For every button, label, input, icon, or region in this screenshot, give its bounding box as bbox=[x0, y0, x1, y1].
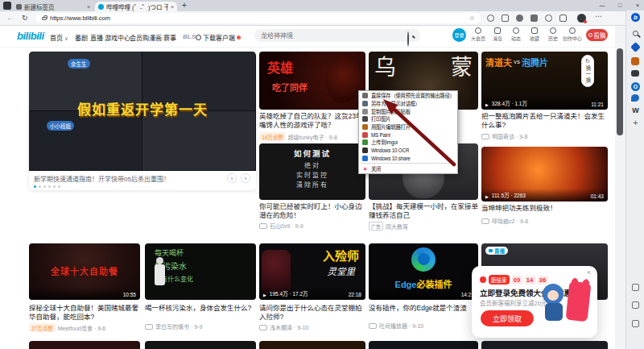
carousel-card[interactable]: 余生生 小小段姐 假如重返开学第一天 新学期快速通道指南！开学快带05后杀出重围… bbox=[29, 52, 256, 190]
refresh-icon[interactable]: ↻ bbox=[22, 14, 28, 22]
nav-esports[interactable]: 赛事 bbox=[163, 33, 176, 42]
ad-title[interactable]: 【挑战】每天建模一小时，在家接单赚钱养活自己 bbox=[369, 202, 478, 220]
close-window-button[interactable]: × bbox=[631, 0, 644, 10]
carousel-dot[interactable] bbox=[39, 185, 41, 188]
carousel-image[interactable]: 余生生 小小段姐 假如重返开学第一天 bbox=[29, 52, 256, 171]
scrollbar-thumb[interactable] bbox=[617, 48, 623, 135]
carousel-dot[interactable] bbox=[58, 185, 60, 188]
close-tab-icon[interactable]: × bbox=[171, 4, 174, 10]
menu-item-save[interactable]: 直接保存（使用预先设置的输出路径） bbox=[359, 92, 457, 100]
shopping-icon[interactable] bbox=[631, 57, 639, 65]
bilibili-logo[interactable]: bilibili bbox=[17, 30, 44, 42]
search-icon[interactable] bbox=[407, 32, 409, 47]
nav-live[interactable]: 直播 bbox=[90, 33, 103, 42]
video-title[interactable]: 探秘全球十大自助餐！美国赌城最奢华自助餐，能吃回本? bbox=[29, 304, 140, 322]
carousel-dot[interactable] bbox=[34, 185, 36, 188]
video-meta[interactable]: 李白写的情书 · 9-9 bbox=[145, 322, 256, 330]
action-history[interactable]: 历史 bbox=[543, 27, 563, 42]
video-title[interactable]: 你可能已经被实时盯上！小心身边潜在的危险！ bbox=[259, 202, 365, 220]
nav-vip-shop[interactable]: 会员购 bbox=[130, 33, 149, 42]
maximize-button[interactable]: □ bbox=[613, 0, 626, 10]
carousel-caption[interactable]: 新学期快速通道指南！开学快带05后杀出重围！ bbox=[34, 174, 217, 183]
video-thumbnail[interactable]: ▶ 111.5万 · 2263 01:43 bbox=[481, 147, 608, 202]
next-row-thumbnail[interactable] bbox=[145, 341, 256, 349]
menu-item-save-as[interactable]: 另存为（显示对话框） bbox=[359, 100, 457, 108]
video-title[interactable]: 请问你是出于什么心态在灵堂棚拍入殓师? bbox=[259, 304, 365, 322]
advertiser[interactable]: 同大教育 bbox=[386, 222, 408, 231]
extension-icon[interactable] bbox=[502, 15, 509, 22]
w-app-icon[interactable]: W bbox=[631, 106, 640, 114]
video-meta[interactable]: 吐司播放器 · 9-10 bbox=[369, 322, 478, 330]
author-date[interactable]: 明国奇谈 · 9-8 bbox=[492, 132, 527, 140]
copilot-icon[interactable]: b bbox=[631, 13, 640, 22]
sidebar-tool-icon[interactable] bbox=[632, 284, 639, 291]
back-icon[interactable]: ← bbox=[6, 13, 14, 22]
author-date[interactable]: 吐司播放器 · 9-10 bbox=[379, 322, 423, 330]
add-sidebar-icon[interactable]: + bbox=[631, 118, 640, 127]
next-row-thumbnail[interactable] bbox=[481, 341, 608, 349]
sidebar-search-icon[interactable] bbox=[631, 29, 640, 38]
tab-new-tab-page[interactable]: 新建标签页 × bbox=[13, 2, 93, 11]
ad-meta[interactable]: 广告 同大教育 bbox=[369, 222, 478, 231]
video-meta[interactable]: 呼晓嵌zZ · 9-6 bbox=[481, 217, 608, 225]
video-meta[interactable]: 石山0v9 · 9-9 bbox=[259, 222, 365, 230]
browser-menu-icon[interactable] bbox=[3, 2, 11, 10]
carousel-dot[interactable] bbox=[53, 185, 56, 188]
author-date[interactable]: Meetfood觅食 · 9-6 bbox=[58, 324, 106, 332]
extension-icon[interactable] bbox=[516, 15, 523, 22]
video-thumbnail[interactable]: 如何测试 绝对 实时监控 清除所有 bbox=[259, 143, 365, 200]
author-date[interactable]: 超级funky电子 · 9-8 bbox=[288, 133, 337, 141]
author-date[interactable]: 李白写的情书 · 9-9 bbox=[155, 322, 202, 330]
games-icon[interactable] bbox=[631, 70, 639, 77]
menu-item-image-editor[interactable]: 用图片编辑器打开 bbox=[359, 123, 457, 131]
author-date[interactable]: 呼晓嵌zZ · 9-6 bbox=[492, 217, 528, 225]
nav-game-center[interactable]: 游戏中心 bbox=[105, 33, 130, 42]
action-vip[interactable]: 大会员 bbox=[469, 27, 488, 42]
video-meta[interactable]: 27万点赞 Meetfood觅食 · 9-6 bbox=[29, 323, 140, 332]
carousel-dots[interactable] bbox=[34, 185, 60, 188]
menu-item-print[interactable]: 打印图片 bbox=[359, 115, 457, 123]
menu-item-share[interactable]: Windows 10 share bbox=[359, 155, 457, 163]
sidebar-tool-icon[interactable] bbox=[632, 301, 639, 309]
menu-item-ms-paint[interactable]: MS Paint bbox=[359, 131, 457, 139]
claim-button[interactable]: 立即领取 bbox=[481, 310, 534, 326]
video-meta[interactable]: 浅木棚泽 · 9-10 bbox=[259, 323, 365, 331]
video-thumbnail[interactable]: 入殓师 灵堂里 ▶ 195.4万 · 17.2万 22:18 bbox=[259, 243, 365, 300]
video-title[interactable]: 当坤坤把功夫练到极致！ bbox=[481, 204, 608, 213]
next-row-thumbnail[interactable] bbox=[29, 341, 140, 349]
author-date[interactable]: 浅木棚泽 · 9-10 bbox=[270, 323, 308, 331]
action-creator-center[interactable]: 创作中心 bbox=[561, 27, 584, 42]
nav-bls[interactable]: BLS bbox=[183, 33, 196, 40]
refresh-feed-button[interactable]: ↻ 换一换 bbox=[581, 55, 594, 87]
extension-icon[interactable] bbox=[545, 15, 552, 22]
menu-item-copy[interactable]: 复制图片到剪贴板 bbox=[359, 107, 457, 115]
close-icon[interactable]: × bbox=[587, 268, 591, 276]
action-favorites[interactable]: 收藏 bbox=[525, 27, 544, 42]
extension-icon[interactable] bbox=[487, 15, 494, 22]
close-tab-icon[interactable]: × bbox=[87, 4, 90, 10]
nav-manga[interactable]: 漫画 bbox=[149, 33, 162, 42]
video-thumbnail[interactable]: Edge必装插件 14:21 bbox=[369, 243, 478, 300]
carousel-dot[interactable] bbox=[48, 185, 51, 188]
sidebar-tool-icon[interactable] bbox=[632, 320, 639, 327]
nav-home[interactable]: 首页 ∨ bbox=[50, 33, 68, 42]
video-title[interactable]: 英雄吃掉了自己的队友？这货23年嘴馋人性的游戏评了啥？ bbox=[259, 112, 365, 130]
next-row-thumbnail[interactable] bbox=[369, 341, 478, 349]
video-meta[interactable]: 明国奇谈 · 9-8 bbox=[481, 132, 608, 140]
carousel-dot[interactable] bbox=[43, 185, 46, 188]
video-thumbnail[interactable]: 每天喝杯 核污染水 会有什么变化 bbox=[145, 243, 256, 300]
login-avatar[interactable]: 登录 bbox=[452, 28, 466, 42]
author-date[interactable]: 石山0v9 · 9-9 bbox=[270, 222, 303, 230]
carousel-prev-button[interactable]: ‹ bbox=[227, 173, 237, 183]
minimize-button[interactable]: — bbox=[596, 0, 609, 10]
upload-button[interactable]: 投稿 bbox=[586, 29, 608, 41]
outlook-icon[interactable]: O bbox=[631, 82, 640, 91]
new-tab-button[interactable]: + bbox=[182, 1, 187, 10]
menu-item-ocr[interactable]: Windows 10 OCR bbox=[359, 147, 457, 155]
video-thumbnail[interactable]: 英雄 吃了同伴 bbox=[259, 52, 365, 110]
address-bar[interactable]: https://www.bilibili.com ☆ bbox=[36, 13, 481, 23]
nav-anime[interactable]: 番剧 bbox=[75, 33, 88, 42]
video-title[interactable]: 把一整瓶泡腾片丢给一只清道夫！会发生什么事? bbox=[481, 112, 608, 130]
action-messages[interactable]: 消息 bbox=[488, 27, 507, 42]
menu-item-close[interactable]: ×关闭 bbox=[359, 164, 457, 172]
